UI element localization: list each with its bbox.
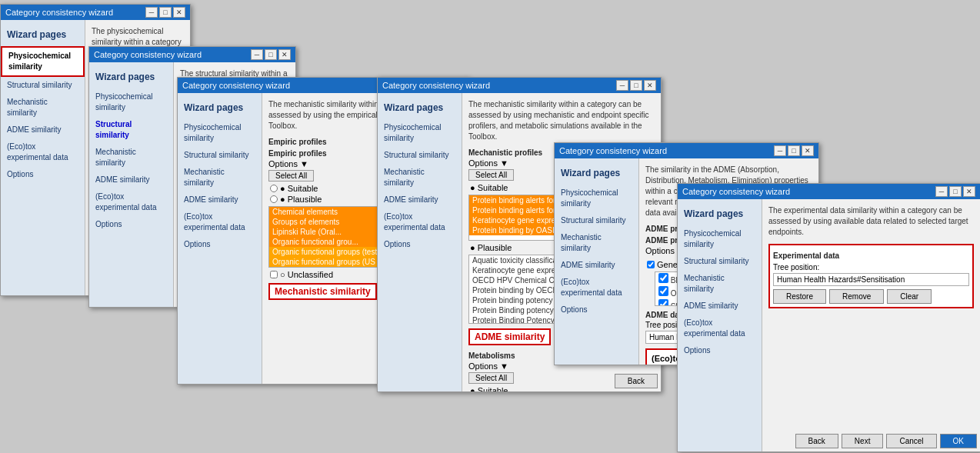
win5-sidebar: Wizard pages Physicochemical similarity …	[555, 158, 639, 365]
win6-restore-btn[interactable]: Restore	[773, 289, 826, 304]
win6-ok-btn[interactable]: OK	[940, 434, 977, 448]
win6-s-ecotox[interactable]: (Eco)tox experimental data	[678, 315, 762, 342]
win5-minimize[interactable]: ─	[774, 145, 786, 156]
win2-sidebar-mechanistic[interactable]: Mechanistic similarity	[89, 144, 173, 172]
win2-sidebar-physico[interactable]: Physicochemical similarity	[89, 88, 173, 116]
titlebar-1: Category consistency wizard ─ □ ✕	[1, 5, 190, 20]
win6-cancel-btn[interactable]: Cancel	[886, 434, 936, 448]
win6-back-btn[interactable]: Back	[795, 434, 838, 448]
win5-s-options[interactable]: Options	[555, 301, 638, 318]
win5-s-adme[interactable]: ADME similarity	[555, 257, 638, 274]
win4-sidebar: Wizard pages Physicochemical similarity …	[378, 93, 462, 391]
win1-minimize[interactable]: ─	[145, 7, 158, 18]
win6-s-mechanistic[interactable]: Mechanistic similarity	[678, 270, 762, 298]
win5-s-ecotox[interactable]: (Eco)tox experimental data	[555, 274, 638, 301]
win6-description: The experimental data similarity within …	[768, 205, 974, 238]
win4-minimize[interactable]: ─	[616, 80, 628, 91]
win3-s-mechanistic[interactable]: Mechanistic similarity	[178, 164, 262, 192]
win4-options2-label: Options ▼	[468, 361, 508, 371]
win6-action-btns: Restore Remove Clear	[773, 289, 969, 304]
win1-sidebar-title: Wizard pages	[1, 26, 85, 46]
win3-sidebar: Wizard pages Physicochemical similarity …	[178, 93, 262, 384]
win5-close[interactable]: ✕	[802, 145, 814, 156]
win6-tree-pos-label: Tree position:	[773, 263, 969, 271]
window-6: Category consistency wizard ─ □ ✕ Wizard…	[677, 183, 980, 452]
win6-exp-data-box: Experimental data Tree position: Human H…	[768, 244, 974, 308]
win5-s-mechanistic[interactable]: Mechanistic similarity	[555, 229, 638, 257]
win2-close[interactable]: ✕	[278, 49, 291, 60]
win4-s-mechanistic[interactable]: Mechanistic similarity	[378, 164, 462, 192]
win1-maximize[interactable]: □	[159, 7, 172, 18]
win3-s-ecotox[interactable]: (Eco)tox experimental data	[178, 208, 262, 236]
titlebar-6: Category consistency wizard ─ □ ✕	[678, 184, 980, 199]
win5-s-physico[interactable]: Physicochemical similarity	[555, 185, 638, 212]
win2-sidebar-ecotox[interactable]: (Eco)tox experimental data	[89, 188, 173, 216]
win6-s-structural[interactable]: Structural similarity	[678, 253, 762, 270]
win6-tree-pos-value: Human Health Hazards#Sensitisation	[773, 273, 969, 286]
win3-s-adme[interactable]: ADME similarity	[178, 192, 262, 208]
win4-s-physico[interactable]: Physicochemical similarity	[378, 119, 462, 147]
win4-description: The mechanistic similarity within a cate…	[468, 99, 655, 142]
sidebar-item-ecotox[interactable]: (Eco)tox experimental data	[1, 138, 85, 166]
win4-nav: Back	[615, 374, 658, 388]
sidebar-item-adme[interactable]: ADME similarity	[1, 122, 85, 138]
win6-maximize[interactable]: □	[949, 186, 962, 197]
win6-minimize[interactable]: ─	[935, 186, 948, 197]
sidebar-item-options[interactable]: Options	[1, 166, 85, 183]
win4-back-btn[interactable]: Back	[615, 374, 658, 388]
win4-sidebar-title: Wizard pages	[378, 99, 462, 119]
win1-close[interactable]: ✕	[173, 7, 185, 18]
win4-adme-label: ADME similarity	[468, 328, 551, 345]
win1-sidebar: Wizard pages Physicochemical similarity …	[1, 20, 85, 295]
win4-s-ecotox[interactable]: (Eco)tox experimental data	[378, 208, 462, 236]
win3-s-physico[interactable]: Physicochemical similarity	[178, 119, 262, 147]
win4-s-adme[interactable]: ADME similarity	[378, 192, 462, 208]
win6-title: Category consistency wizard	[682, 187, 935, 196]
win2-maximize[interactable]: □	[265, 49, 277, 60]
win4-select-all[interactable]: Select All	[468, 169, 514, 181]
win6-close[interactable]: ✕	[963, 186, 975, 197]
win4-select-all2[interactable]: Select All	[468, 372, 514, 384]
titlebar-5: Category consistency wizard ─ □ ✕	[555, 143, 818, 158]
win6-s-adme[interactable]: ADME similarity	[678, 298, 762, 315]
sidebar-item-structural[interactable]: Structural similarity	[1, 77, 85, 94]
win2-minimize[interactable]: ─	[251, 49, 263, 60]
win6-sidebar: Wizard pages Physicochemical similarity …	[678, 199, 762, 451]
win3-s-options[interactable]: Options	[178, 236, 262, 253]
win6-body: Wizard pages Physicochemical similarity …	[678, 199, 980, 451]
win6-nav: Back Next Cancel OK	[795, 434, 977, 448]
titlebar-4: Category consistency wizard ─ □ ✕	[378, 78, 661, 93]
win3-mech-label: Mechanistic similarity	[268, 283, 377, 300]
win4-s-options[interactable]: Options	[378, 236, 462, 253]
win2-sidebar-adme[interactable]: ADME similarity	[89, 172, 173, 188]
win3-options-label: Options ▼	[268, 159, 308, 168]
win5-controls: ─ □ ✕	[774, 145, 814, 156]
win2-sidebar-structural[interactable]: Structural similarity	[89, 116, 173, 144]
win4-controls: ─ □ ✕	[616, 80, 656, 91]
win6-s-options[interactable]: Options	[678, 342, 762, 359]
win6-exp-title: Experimental data	[773, 251, 969, 260]
win5-s-structural[interactable]: Structural similarity	[555, 212, 638, 229]
win6-clear-btn[interactable]: Clear	[887, 289, 932, 304]
win6-controls: ─ □ ✕	[935, 186, 975, 197]
win3-s-structural[interactable]: Structural similarity	[178, 147, 262, 164]
titlebar-2: Category consistency wizard ─ □ ✕	[89, 47, 295, 62]
win5-sidebar-title: Wizard pages	[555, 165, 638, 185]
win4-maximize[interactable]: □	[630, 80, 642, 91]
win4-options-label: Options ▼	[468, 158, 508, 168]
sidebar-item-physico[interactable]: Physicochemical similarity	[1, 46, 85, 77]
win2-sidebar-options[interactable]: Options	[89, 216, 173, 233]
sidebar-item-mechanistic[interactable]: Mechanistic similarity	[1, 94, 85, 122]
win1-controls: ─ □ ✕	[145, 7, 185, 18]
win4-title: Category consistency wizard	[382, 81, 616, 90]
win6-next-btn[interactable]: Next	[842, 434, 884, 448]
win3-select-all[interactable]: Select All	[268, 170, 314, 182]
win4-s-structural[interactable]: Structural similarity	[378, 147, 462, 164]
win6-remove-btn[interactable]: Remove	[829, 289, 884, 304]
win5-maximize[interactable]: □	[788, 145, 800, 156]
win6-content: The experimental data similarity within …	[762, 199, 980, 451]
win6-s-physico[interactable]: Physicochemical similarity	[678, 225, 762, 253]
win4-close[interactable]: ✕	[644, 80, 656, 91]
win3-sidebar-title: Wizard pages	[178, 99, 262, 119]
win2-title: Category consistency wizard	[94, 50, 251, 59]
